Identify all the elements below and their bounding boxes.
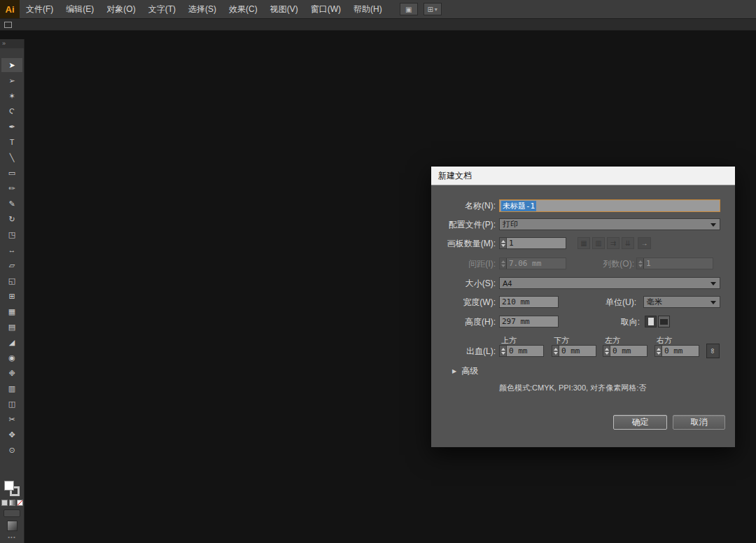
bleed-bottom-input[interactable]: 0 mm (552, 345, 596, 357)
menu-select[interactable]: 选择(S) (182, 0, 223, 18)
profile-value: 打印 (503, 219, 518, 230)
slice-tool-icon[interactable]: ✂ (1, 412, 22, 426)
name-row: 名称(N): 未标题-1 (431, 199, 735, 212)
menu-type[interactable]: 文字(T) (142, 0, 182, 18)
symbol-sprayer-tool-icon[interactable]: ❉ (1, 366, 22, 380)
bleed-top-header: 上方 (501, 335, 517, 346)
arrange-documents-glyph-icon: ⊞ (427, 6, 433, 13)
zoom-tool-icon[interactable]: ⊙ (1, 443, 22, 457)
color-mode-row (1, 500, 23, 506)
blend-tool-icon[interactable]: ◉ (1, 351, 22, 365)
spacing-input: 7.06 mm (499, 258, 566, 269)
hand-tool-icon[interactable]: ✥ (1, 428, 22, 442)
spacing-row: 间距(I): 7.06 mm 列数(O): 1 (431, 258, 735, 270)
menu-edit[interactable]: 编辑(E) (59, 0, 100, 18)
control-bar-icon (4, 22, 12, 28)
menu-view[interactable]: 视图(V) (264, 0, 304, 18)
mesh-tool-icon[interactable]: ▦ (1, 304, 22, 318)
disclosure-triangle-icon: ▶ (452, 368, 456, 374)
rectangle-tool-icon[interactable]: ▭ (1, 166, 22, 180)
screen-mode-button[interactable] (7, 521, 18, 531)
selection-tool-icon[interactable]: ➤ (1, 58, 22, 72)
drawing-mode-button[interactable] (4, 509, 20, 517)
fill-stroke-widget[interactable] (4, 481, 20, 496)
profile-dropdown[interactable]: 打印 (499, 218, 720, 230)
artboard-tool-icon[interactable]: ◫ (1, 397, 22, 411)
bleed-left-input[interactable]: 0 mm (603, 345, 648, 357)
direct-selection-tool-icon[interactable]: ➢ (1, 73, 22, 87)
line-segment-tool-icon[interactable]: ╲ (1, 150, 22, 164)
link-bleed-values-button[interactable]: ∞ (706, 344, 720, 358)
more-tools-dots-icon[interactable]: ••• (8, 535, 15, 540)
paintbrush-tool-icon[interactable]: ✏ (1, 181, 22, 195)
rotate-tool-icon[interactable]: ↻ (1, 212, 22, 226)
units-dropdown[interactable]: 毫米 (643, 296, 720, 308)
orientation-label: 取向: (564, 316, 640, 328)
bleed-headers-row: 上方 下方 左方 右方 (431, 335, 735, 344)
none-button[interactable] (17, 500, 23, 506)
menu-effect[interactable]: 效果(C) (223, 0, 264, 18)
height-value: 297 mm (502, 317, 530, 326)
lasso-tool-icon[interactable]: Ϛ (1, 104, 22, 118)
columns-value: 1 (646, 259, 651, 268)
scale-tool-icon[interactable]: ◳ (1, 227, 22, 241)
eyedropper-tool-icon[interactable]: ◢ (1, 335, 22, 349)
menu-help[interactable]: 帮助(H) (347, 0, 388, 18)
width-tool-icon[interactable]: ↔ (1, 243, 22, 257)
cancel-button[interactable]: 取消 (673, 415, 725, 430)
bleed-row: 出血(L): 0 mm 0 mm 0 mm 0 mm ∞ (431, 345, 735, 358)
advanced-disclosure[interactable]: ▶ 高级 (452, 365, 478, 376)
pen-tool-icon[interactable]: ✒ (1, 120, 22, 134)
bridge-glyph-icon: ▣ (405, 6, 412, 13)
pencil-tool-icon[interactable]: ✎ (1, 197, 22, 211)
free-transform-tool-icon[interactable]: ▱ (1, 258, 22, 272)
perspective-grid-tool-icon[interactable]: ⊞ (1, 289, 22, 303)
height-row: 高度(H): 297 mm 取向: (431, 316, 735, 328)
control-bar (0, 19, 756, 31)
magic-wand-tool-icon[interactable]: ✶ (1, 89, 22, 103)
bleed-top-input[interactable]: 0 mm (499, 345, 544, 357)
menu-file[interactable]: 文件(F) (20, 0, 59, 18)
bleed-right-input[interactable]: 0 mm (654, 345, 699, 357)
gradient-button[interactable] (9, 500, 15, 506)
size-row: 大小(S): A4 (431, 277, 735, 290)
arrange-documents-icon[interactable]: ⊞ ▾ (424, 3, 442, 15)
landscape-orientation-button[interactable] (658, 316, 670, 327)
document-info-text: 颜色模式:CMYK, PPI:300, 对齐像素网格:否 (499, 383, 646, 393)
menu-window[interactable]: 窗口(W) (304, 0, 347, 18)
bridge-icon[interactable]: ▣ (400, 3, 418, 15)
name-input[interactable]: 未标题-1 (499, 199, 720, 212)
artboards-input[interactable]: 1 (499, 237, 566, 249)
menu-object[interactable]: 对象(O) (100, 0, 141, 18)
color-button[interactable] (1, 500, 8, 506)
units-label: 单位(U): (564, 296, 636, 309)
tool-list: ➤➢✶Ϛ✒T╲▭✏✎↻◳↔▱◱⊞▦▤◢◉❉▥◫✂✥⊙ (0, 58, 24, 457)
spinner-icon[interactable] (552, 346, 559, 356)
height-input[interactable]: 297 mm (499, 316, 559, 327)
portrait-orientation-button[interactable] (645, 316, 657, 327)
size-dropdown[interactable]: A4 (499, 277, 720, 289)
arrange-by-column-icon: ⇊ (622, 237, 634, 249)
column-graph-tool-icon[interactable]: ▥ (1, 381, 22, 395)
width-input[interactable]: 210 mm (499, 296, 559, 308)
ok-button[interactable]: 确定 (613, 415, 667, 430)
dialog-title[interactable]: 新建文档 (431, 167, 735, 185)
spinner-icon[interactable] (500, 238, 507, 248)
dropdown-arrow-icon (710, 301, 716, 304)
spinner-icon[interactable] (603, 346, 610, 356)
panel-collapse-chevron-icon[interactable]: » (0, 39, 24, 48)
dialog-buttons-row: 确定 取消 (431, 415, 735, 430)
gradient-tool-icon[interactable]: ▤ (1, 320, 22, 334)
profile-row: 配置文件(P): 打印 (431, 218, 735, 231)
type-tool-icon[interactable]: T (1, 135, 22, 149)
bleed-label: 出血(L): (431, 345, 496, 358)
artboards-row: 画板数量(M): 1 ▦ ▥ ⇉ ⇊ → (431, 237, 735, 250)
spinner-icon[interactable] (500, 346, 507, 356)
spinner-icon[interactable] (655, 346, 662, 356)
bleed-right-header: 右方 (657, 335, 672, 346)
artboards-value: 1 (509, 239, 514, 248)
shape-builder-tool-icon[interactable]: ◱ (1, 274, 22, 288)
size-value: A4 (503, 279, 512, 288)
fill-swatch[interactable] (4, 481, 14, 491)
spinner-icon (637, 258, 644, 269)
